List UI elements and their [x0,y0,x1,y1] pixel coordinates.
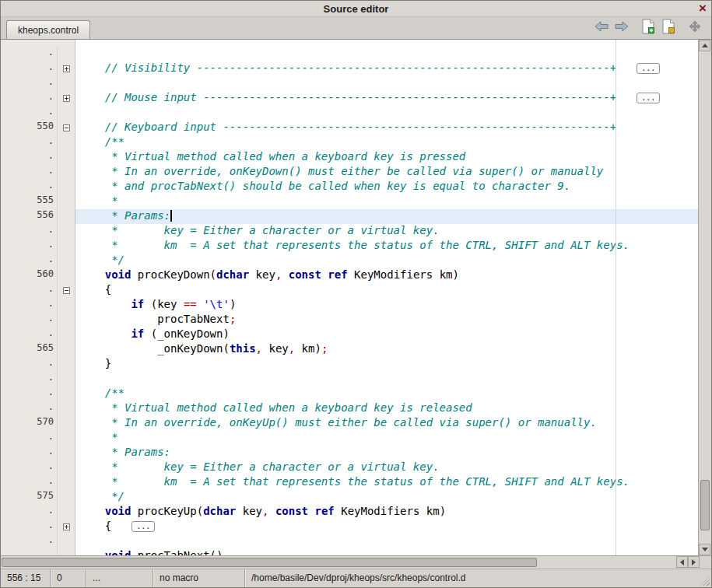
vertical-scroll-thumb[interactable] [700,480,710,530]
gutter-cell[interactable]: . [1,549,75,555]
code-line[interactable]: */ [75,254,698,268]
gutter-cell[interactable]: . [1,327,75,342]
gutter-cell[interactable]: 570 [1,416,75,431]
titlebar[interactable]: Source editor × [1,1,711,17]
scroll-up-button[interactable] [699,40,710,51]
code-line[interactable]: * [75,431,698,446]
gutter-cell[interactable]: . [1,106,75,121]
fold-expand-icon[interactable] [63,523,70,530]
code-line[interactable]: * Virtual method called when a keyboard … [75,150,698,165]
gutter-cell[interactable]: . [1,401,75,416]
gutter-cell[interactable]: . [1,283,75,298]
collapsed-fold-box[interactable]: ... [132,521,155,532]
code-line[interactable]: * km = A set that represents the status … [75,475,698,490]
gutter-cell[interactable]: . [1,460,75,475]
gutter-cell[interactable]: . [1,357,75,372]
fold-expand-icon[interactable] [63,65,70,72]
code-line[interactable]: // Visibility --------------------------… [75,61,698,76]
code-line[interactable]: void procTabNext() [75,549,698,555]
close-icon[interactable]: × [699,1,707,16]
gutter-cell[interactable]: . [1,534,75,549]
code-line[interactable]: // Mouse input -------------------------… [75,91,698,106]
gutter-cell[interactable]: 556 [1,209,75,224]
gutter-cell[interactable]: . [1,446,75,460]
horizontal-scroll-thumb[interactable] [2,558,537,567]
horizontal-scrollbar[interactable] [1,555,711,569]
code-line[interactable]: * Virtual method called when a keyboard … [75,401,698,416]
gutter-cell[interactable]: . [1,431,75,446]
code-line[interactable]: * and procTabNext() should be called whe… [75,180,698,194]
code-line[interactable]: void procKeyUp(dchar key, const ref KeyM… [75,505,698,520]
gutter-cell[interactable]: . [1,313,75,327]
code-line[interactable] [75,106,698,121]
code-line[interactable]: {... [75,520,698,534]
scroll-down-button[interactable] [699,544,710,555]
gutter-cell[interactable]: . [1,150,75,165]
horizontal-scroll-track[interactable] [1,556,676,569]
gutter-cell[interactable]: 555 [1,194,75,209]
code-line[interactable]: if (key == '\t') [75,298,698,313]
code-line[interactable]: /** [75,387,698,401]
gutter-cell[interactable]: . [1,298,75,313]
code-line[interactable]: * [75,194,698,209]
code-line[interactable]: if (_onKeyDown) [75,327,698,342]
document-new-button[interactable] [638,19,658,37]
collapsed-fold-box[interactable]: ... [637,63,660,74]
gutter-cell[interactable]: . [1,254,75,268]
gutter-cell[interactable]: . [1,520,75,534]
code-line[interactable]: * key = Either a character or a virtual … [75,460,698,475]
nav-forward-button[interactable] [612,19,632,37]
gutter-cell[interactable]: . [1,165,75,180]
gutter-dot: . [1,224,57,239]
code-line[interactable]: * Params: [75,446,698,460]
collapsed-fold-box[interactable]: ... [637,93,660,103]
gutter-cell[interactable]: . [1,475,75,490]
code-line[interactable]: } [75,357,698,372]
code-line[interactable] [75,47,698,61]
gutter-cell[interactable]: 550 [1,121,75,135]
code-line[interactable]: { [75,283,698,298]
fold-collapse-icon[interactable] [63,287,70,294]
code-line[interactable]: * In an override, onKeyUp() must either … [75,416,698,431]
code-line[interactable]: * key = Either a character or a virtual … [75,224,698,239]
fold-expand-icon[interactable] [63,95,70,102]
gutter-cell[interactable]: . [1,76,75,91]
code-line[interactable]: */ [75,490,698,505]
gutter-cell[interactable]: . [1,224,75,239]
gutter-cell[interactable]: . [1,387,75,401]
detach-button[interactable] [685,19,705,37]
scroll-left-button[interactable] [676,556,688,568]
gutter-cell[interactable]: . [1,239,75,254]
code-line[interactable]: procTabNext; [75,313,698,327]
vertical-scrollbar[interactable] [698,40,711,555]
code-line[interactable]: /** [75,135,698,150]
code-line[interactable]: // Keyboard input ----------------------… [75,121,698,135]
gutter-cell[interactable]: . [1,135,75,150]
gutter-cell[interactable]: . [1,61,75,76]
code-line[interactable] [75,372,698,387]
tab-kheops-control[interactable]: kheops.control [6,20,90,39]
status-panel-3: no macro [153,569,245,587]
gutter-cell[interactable]: . [1,91,75,106]
code-line[interactable] [75,76,698,91]
scroll-right-button[interactable] [688,556,700,568]
editor-row: . * Virtual method called when a keyboar… [1,150,698,165]
gutter-cell[interactable]: . [1,47,75,61]
code-line[interactable]: _onKeyDown(this, key, km); [75,342,698,357]
gutter-cell[interactable]: . [1,180,75,194]
gutter-cell[interactable]: 565 [1,342,75,357]
fold-collapse-icon[interactable] [63,124,70,131]
document-save-button[interactable] [658,19,679,37]
code-line[interactable]: void procKeyDown(dchar key, const ref Ke… [75,268,698,283]
nav-back-button[interactable] [591,19,612,37]
code-line[interactable]: * km = A set that represents the status … [75,239,698,254]
code-line[interactable] [75,534,698,549]
gutter-cell[interactable]: . [1,505,75,520]
gutter-cell[interactable]: . [1,372,75,387]
code-area[interactable]: .. // Visibility -----------------------… [1,40,698,555]
gutter-cell[interactable]: 575 [1,490,75,505]
vertical-scroll-track[interactable] [699,51,711,544]
code-line[interactable]: * In an override, onKeyDown() must eithe… [75,165,698,180]
gutter-cell[interactable]: 560 [1,268,75,283]
code-line[interactable]: * Params: [75,209,698,224]
